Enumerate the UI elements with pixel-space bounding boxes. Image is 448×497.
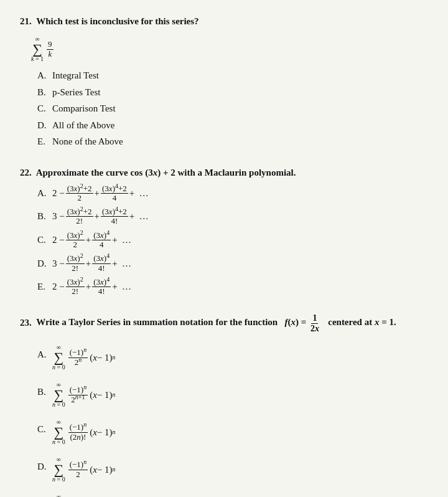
q23-option-b: B. ∞ ∑ n = 0 (−1)n 2n+1 (x − 1)n xyxy=(37,376,428,408)
q21-options: A. Integral Test B. p-Series Test C. Com… xyxy=(37,69,428,149)
q21-option-d: D. All of the Above xyxy=(37,118,428,133)
q21-option-b: B. p-Series Test xyxy=(37,85,428,100)
q21-option-c: C. Comparison Test xyxy=(37,102,428,116)
q22-options: A. 2 − (3x)2+2 2 + (3x)4+2 4 + … xyxy=(37,184,428,296)
question-22: 22. Approximate the curve cos (3x) + 2 w… xyxy=(20,166,428,296)
q23-option-c: C. ∞ ∑ n = 0 (−1)n (2n)! (x − 1)n xyxy=(37,413,428,445)
q22-option-a: A. 2 − (3x)2+2 2 + (3x)4+2 4 + … xyxy=(37,184,428,203)
question-23: 23. Write a Taylor Series in summation n… xyxy=(20,313,428,497)
q22-option-c: C. 2 − (3x)2 2 + (3x)4 4 + … xyxy=(37,231,428,250)
q21-option-a: A. Integral Test xyxy=(37,69,428,83)
q23-title: 23. Write a Taylor Series in summation n… xyxy=(20,313,428,333)
q23-option-d: D. ∞ ∑ n = 0 (−1)n 2 (x − 1)n xyxy=(37,450,428,483)
q23-option-a: A. ∞ ∑ n = 0 (−1)n 2n (x − 1)n xyxy=(37,338,428,371)
q23-options: A. ∞ ∑ n = 0 (−1)n 2n (x − 1)n B xyxy=(37,338,428,497)
q21-option-e: E. None of the Above xyxy=(37,135,428,149)
q22-title: 22. Approximate the curve cos (3x) + 2 w… xyxy=(20,166,428,179)
q22-option-d: D. 3 − (3x)2 2! + (3x)4 4! + … xyxy=(37,254,428,273)
q23-option-e: E. ∞ ∑ n = 0 (−1)n 2n! (x − 1)n xyxy=(37,488,428,497)
q22-option-e: E. 2 − (3x)2 2! + (3x)4 4! + … xyxy=(37,278,428,296)
question-21: 21. Which test is inconclusive for this … xyxy=(20,15,428,149)
q21-series: ∞ ∑ k = 1 9 k xyxy=(31,33,428,62)
q22-option-b: B. 3 − (3x)2+2 2! + (3x)4+2 4! + … xyxy=(37,207,428,226)
q21-title: 21. Which test is inconclusive for this … xyxy=(20,15,428,28)
